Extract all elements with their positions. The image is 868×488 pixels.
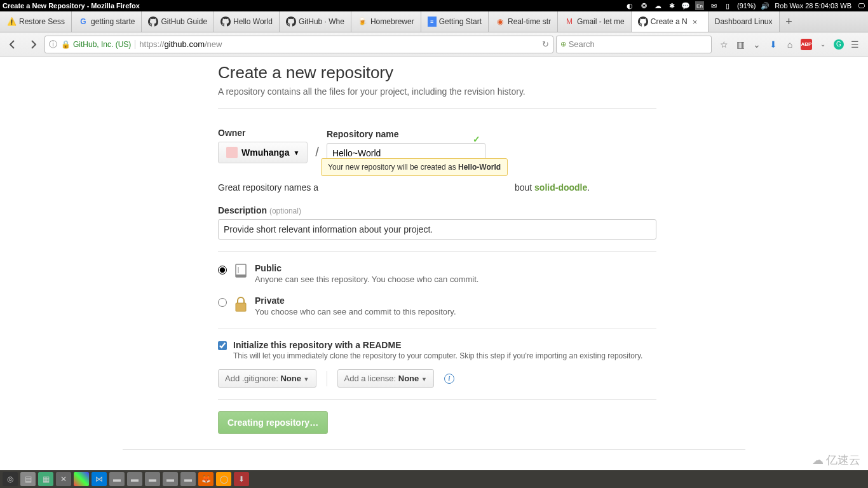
private-desc: You choose who can see and commit to thi… xyxy=(255,307,456,316)
tab-github-where[interactable]: GitHub · Whe xyxy=(280,11,351,32)
library-icon[interactable]: ▥ xyxy=(735,39,746,50)
clock-text: Rob Wax 28 5:04:03 WB xyxy=(775,2,851,10)
page-subtitle: A repository contains all the files for … xyxy=(218,86,656,97)
name-hint: Great repository names are short and mem… xyxy=(218,182,656,193)
page-viewport[interactable]: Create a new repository A repository con… xyxy=(0,57,868,470)
visibility-private-row: Private You choose who can see and commi… xyxy=(218,295,656,316)
private-title: Private xyxy=(255,295,456,306)
description-input[interactable] xyxy=(218,219,656,240)
tray-icon[interactable]: ❂ xyxy=(639,1,648,10)
window-title: Create a New Repository - Mozilla Firefo… xyxy=(3,2,625,10)
lock-icon: 🔒 xyxy=(61,40,71,49)
tab-github-guide[interactable]: GitHub Guide xyxy=(142,11,214,32)
browser-tabbar: ⚠️Restore Sess Ggetting starte GitHub Gu… xyxy=(0,11,868,32)
public-radio[interactable] xyxy=(218,266,227,274)
system-menubar: Create a New Repository - Mozilla Firefo… xyxy=(0,0,868,11)
battery-percent: (91%) xyxy=(737,2,756,10)
repo-icon xyxy=(233,263,248,281)
cloud-icon: ☁ xyxy=(812,453,824,467)
private-radio[interactable] xyxy=(218,298,227,307)
repo-name-label: Repository name xyxy=(327,129,485,139)
watermark: ☁ 亿速云 xyxy=(812,452,860,468)
browser-navbar: ⓘ 🔒GitHub, Inc. (US) https://github.com/… xyxy=(0,32,868,57)
owner-name: Wmuhanga xyxy=(241,147,289,158)
description-label: Description xyxy=(218,205,267,215)
create-repository-button[interactable]: Creating repository… xyxy=(218,411,328,434)
init-readme-checkbox[interactable] xyxy=(218,341,227,350)
google-icon: G xyxy=(78,17,88,27)
message-icon[interactable]: 💬 xyxy=(681,1,690,10)
homebrew-icon: 🍺 xyxy=(358,17,368,27)
chevron-down-icon[interactable]: ⌄ xyxy=(817,39,829,50)
svg-rect-1 xyxy=(236,274,246,277)
suggestion-link[interactable]: solid-doodle xyxy=(534,182,587,193)
caret-down-icon: ▼ xyxy=(293,149,299,156)
tab-hello-world[interactable]: Hello World xyxy=(214,11,280,32)
reload-icon[interactable]: ↻ xyxy=(542,39,549,49)
repo-name-tooltip: Your new repository will be created as H… xyxy=(321,158,508,176)
toolbar-icons: ☆ ▥ ⌄ ⬇ ⌂ ABP ⌄ G ☰ xyxy=(714,39,864,50)
gitignore-dropdown[interactable]: Add .gitignore: None ▼ xyxy=(218,369,316,388)
url-bar[interactable]: ⓘ 🔒GitHub, Inc. (US) https://github.com/… xyxy=(44,36,553,53)
lock-icon xyxy=(233,295,248,313)
bookmark-star-icon[interactable]: ☆ xyxy=(718,39,729,50)
check-icon: ✓ xyxy=(473,134,480,144)
downloads-icon[interactable]: ⬇ xyxy=(768,39,779,50)
forward-button[interactable] xyxy=(24,36,42,53)
divider xyxy=(123,449,745,450)
optional-label: (optional) xyxy=(269,207,301,215)
monitor-icon[interactable]: 🖵 xyxy=(857,1,865,10)
caret-down-icon: ▼ xyxy=(304,376,309,383)
search-engine-icon[interactable]: ⊕ xyxy=(560,40,566,48)
page-title: Create a new repository xyxy=(218,63,656,83)
search-bar[interactable]: ⊕ Search xyxy=(556,36,712,53)
volume-icon[interactable]: 🔊 xyxy=(761,1,770,10)
divider xyxy=(218,328,656,329)
menu-icon[interactable]: ☰ xyxy=(849,39,860,50)
tab-realtime[interactable]: ◉Real-time str xyxy=(489,11,558,32)
visibility-public-row: Public Anyone can see this repository. Y… xyxy=(218,263,656,284)
close-icon[interactable]: × xyxy=(693,17,702,26)
back-button[interactable] xyxy=(4,36,22,53)
description-label-row: Description (optional) xyxy=(218,205,656,215)
info-icon[interactable]: ⓘ xyxy=(49,39,57,50)
options-row: Add .gitignore: None ▼ Add a license: No… xyxy=(218,369,656,388)
tray-icon[interactable]: ◐ xyxy=(625,1,634,10)
site-identity[interactable]: 🔒GitHub, Inc. (US) xyxy=(61,40,135,49)
new-tab-button[interactable]: + xyxy=(780,11,799,32)
mail-icon[interactable]: ✉ xyxy=(709,1,718,10)
pocket-icon[interactable]: ⌄ xyxy=(751,39,763,50)
owner-label: Owner xyxy=(218,128,308,138)
tab-homebrewer[interactable]: 🍺Homebrewer xyxy=(351,11,421,32)
main-content: Create a new repository A repository con… xyxy=(212,57,656,434)
github-icon xyxy=(220,17,231,27)
warning-icon: ⚠️ xyxy=(6,17,17,27)
owner-dropdown[interactable]: Wmuhanga ▼ xyxy=(218,142,308,163)
tab-getting-started[interactable]: Ggetting starte xyxy=(72,11,142,32)
tab-dashboard-linux[interactable]: Dashboard Linux xyxy=(709,11,780,32)
tray-icon[interactable]: ✱ xyxy=(667,1,676,10)
init-readme-title: Initialize this repository with a README xyxy=(233,340,642,350)
tab-restore-session[interactable]: ⚠️Restore Sess xyxy=(0,11,72,32)
public-desc: Anyone can see this repository. You choo… xyxy=(255,274,478,284)
tab-gmail[interactable]: MGmail - let me xyxy=(558,11,632,32)
public-title: Public xyxy=(255,263,478,273)
avatar xyxy=(226,147,238,158)
tab-create-repo[interactable]: Create a N× xyxy=(632,11,709,32)
tab-getting-start[interactable]: ≡Getting Start xyxy=(421,11,489,32)
info-icon[interactable]: i xyxy=(444,374,454,384)
home-icon[interactable]: ⌂ xyxy=(784,39,796,50)
init-readme-row: Initialize this repository with a README… xyxy=(218,340,656,360)
adblock-icon[interactable]: ABP xyxy=(801,39,812,50)
gmail-icon: M xyxy=(564,17,574,27)
grammarly-icon[interactable]: G xyxy=(834,39,844,50)
keyboard-icon[interactable]: En xyxy=(695,1,704,10)
github-icon xyxy=(286,17,296,27)
divider xyxy=(218,108,656,109)
license-dropdown[interactable]: Add a license: None ▼ xyxy=(337,369,434,388)
tray-icon[interactable]: ☁ xyxy=(653,1,662,10)
battery-icon[interactable]: ▯ xyxy=(723,1,732,10)
divider xyxy=(218,251,656,252)
divider xyxy=(327,371,327,386)
caret-down-icon: ▼ xyxy=(421,376,427,383)
